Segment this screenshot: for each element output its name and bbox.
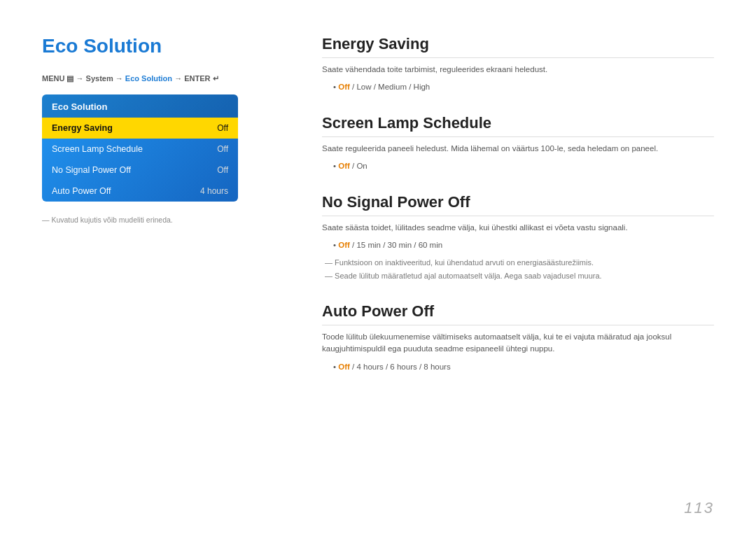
sidebar-item-auto-power-label: Auto Power Off — [52, 186, 111, 196]
sidebar-item-no-signal-value: Off — [217, 165, 228, 175]
section-energy-saving-title: Energy Saving — [322, 35, 714, 58]
sidebar-title: Eco Solution — [42, 94, 238, 118]
enter-label: ENTER ↵ — [184, 74, 218, 83]
arrow3: → — [174, 74, 184, 83]
no-signal-note-2: — Seade lülitub määratletud ajal automaa… — [325, 270, 714, 283]
auto-power-opt-highlight: Off — [338, 363, 350, 371]
no-signal-note-1: — Funktsioon on inaktiveeritud, kui ühen… — [325, 257, 714, 269]
page-title: Eco Solution — [42, 35, 280, 57]
screen-lamp-opt-highlight: Off — [338, 162, 350, 170]
section-auto-power-title: Auto Power Off — [322, 302, 714, 325]
section-screen-lamp-desc: Saate reguleerida paneeli heledust. Mida… — [322, 143, 714, 155]
section-no-signal-title: No Signal Power Off — [322, 193, 714, 216]
section-auto-power-desc: Toode lülitub ülekuumenemise vältimiseks… — [322, 331, 714, 356]
system-label: System — [86, 74, 113, 83]
menu-path: MENU ▤ → System → Eco Solution → ENTER ↵ — [42, 74, 280, 83]
right-panel: Energy Saving Saate vähendada toite tarb… — [322, 35, 714, 506]
section-energy-saving: Energy Saving Saate vähendada toite tarb… — [322, 35, 714, 94]
footnote: Kuvatud kujutis võib mudeliti erineda. — [42, 216, 280, 224]
section-no-signal-options: • Off / 15 min / 30 min / 60 min — [333, 238, 714, 253]
sidebar-item-energy-saving-label: Energy Saving — [52, 123, 113, 133]
section-no-signal: No Signal Power Off Saate säästa toidet,… — [322, 193, 714, 283]
section-auto-power-options: • Off / 4 hours / 6 hours / 8 hours — [333, 360, 714, 374]
sidebar-item-energy-saving-value: Off — [217, 123, 228, 133]
sidebar-item-screen-lamp[interactable]: Screen Lamp Schedule Off — [42, 139, 238, 160]
sidebar-item-screen-lamp-value: Off — [217, 144, 228, 154]
section-auto-power: Auto Power Off Toode lülitub ülekuumenem… — [322, 302, 714, 374]
sidebar-item-screen-lamp-label: Screen Lamp Schedule — [52, 144, 143, 154]
section-screen-lamp: Screen Lamp Schedule Saate reguleerida p… — [322, 114, 714, 174]
sidebar-menu: Eco Solution Energy Saving Off Screen La… — [42, 94, 238, 202]
sidebar-item-no-signal-label: No Signal Power Off — [52, 165, 131, 175]
menu-label: MENU ▤ — [42, 74, 74, 83]
sidebar-item-auto-power[interactable]: Auto Power Off 4 hours — [42, 181, 238, 202]
sidebar-item-no-signal[interactable]: No Signal Power Off Off — [42, 160, 238, 181]
arrow2: → — [115, 74, 125, 83]
left-panel: Eco Solution MENU ▤ → System → Eco Solut… — [42, 35, 280, 506]
section-no-signal-desc: Saate säästa toidet, lülitades seadme vä… — [322, 222, 714, 234]
eco-solution-label: Eco Solution — [125, 74, 172, 83]
sidebar-item-energy-saving[interactable]: Energy Saving Off — [42, 118, 238, 139]
section-screen-lamp-title: Screen Lamp Schedule — [322, 114, 714, 137]
section-energy-saving-options: • Off / Low / Medium / High — [333, 80, 714, 94]
no-signal-opt-highlight: Off — [338, 241, 350, 249]
arrow1: → — [76, 74, 86, 83]
sidebar-item-auto-power-value: 4 hours — [200, 186, 228, 196]
page-number: 113 — [684, 499, 714, 517]
energy-saving-opt-highlight: Off — [338, 83, 350, 91]
section-energy-saving-desc: Saate vähendada toite tarbimist, regulee… — [322, 64, 714, 76]
section-screen-lamp-options: • Off / On — [333, 159, 714, 174]
